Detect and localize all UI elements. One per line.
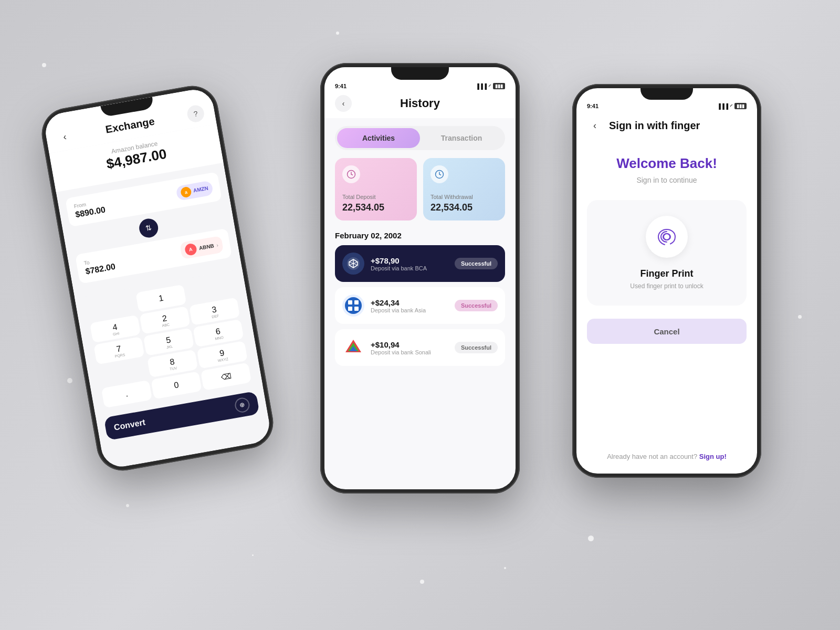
signup-link[interactable]: Sign up!: [699, 453, 727, 460]
bca-tx-info: +$78,90 Deposit via bank BCA: [371, 256, 448, 271]
signin-title: Sign in with finger: [609, 120, 700, 132]
history-back-button[interactable]: ‹: [335, 95, 352, 112]
cancel-button[interactable]: Cancel: [587, 319, 747, 344]
bca-amount: +$78,90: [371, 256, 448, 265]
history-title: History: [400, 97, 440, 110]
signin-wifi-icon: ◜: [730, 103, 732, 109]
fingerprint-card: Finger Print Used finger print to unlock: [587, 200, 747, 306]
bca-bank-icon: [342, 253, 364, 275]
tab-activities-label: Activities: [362, 134, 395, 142]
signin-header: ‹ Sign in with finger: [576, 111, 757, 140]
amzn-badge[interactable]: a AMZN: [175, 180, 214, 201]
signal-icon: ▐▐▐: [476, 83, 487, 89]
phone-history: 9:41 ▐▐▐ ◜ ▮▮▮ ‹ History Activities: [320, 63, 520, 494]
signin-status-icons: ▐▐▐ ◜ ▮▮▮: [717, 103, 747, 109]
asia-tx-info: +$24,34 Deposit via bank Asia: [371, 298, 448, 313]
bca-desc: Deposit via bank BCA: [371, 265, 448, 271]
withdrawal-label: Total Withdrawal: [430, 194, 498, 200]
svg-rect-7: [345, 297, 362, 314]
exchange-title: Exchange: [104, 115, 155, 135]
phone-signin-screen: 9:41 ▐▐▐ ◜ ▮▮▮ ‹ Sign in with finger Wel…: [576, 88, 757, 474]
swap-icon: ⇅: [145, 224, 153, 233]
signin-notch: [640, 88, 693, 100]
welcome-subtitle: Sign in to continue: [592, 176, 741, 184]
withdrawal-icon: [430, 165, 448, 183]
deposit-label: Total Deposit: [342, 194, 410, 200]
asia-amount: +$24,34: [371, 298, 448, 307]
withdrawal-card: Total Withdrawal 22,534.05: [423, 158, 505, 220]
history-screen: 9:41 ▐▐▐ ◜ ▮▮▮ ‹ History Activities: [324, 67, 516, 489]
date-header: February 02, 2002: [324, 231, 516, 245]
signin-signal-icon: ▐▐▐: [717, 103, 728, 109]
phone-history-screen: 9:41 ▐▐▐ ◜ ▮▮▮ ‹ History Activities: [324, 67, 516, 489]
sonali-amount: +$10,94: [371, 340, 448, 349]
swap-button[interactable]: ⇅: [138, 217, 160, 239]
history-status-time: 9:41: [335, 83, 346, 89]
help-button[interactable]: ?: [186, 104, 205, 123]
asia-bank-icon: [342, 295, 364, 317]
svg-rect-11: [354, 307, 359, 311]
help-icon: ?: [193, 109, 198, 118]
wifi-icon: ◜: [489, 83, 491, 89]
welcome-title: Welcome Back!: [592, 155, 741, 172]
welcome-section: Welcome Back! Sign in to continue: [576, 140, 757, 195]
svg-rect-9: [354, 300, 359, 304]
status-icons: ▐▐▐ ◜ ▮▮▮: [476, 83, 505, 89]
bca-status: Successful: [455, 258, 498, 269]
deposit-icon: [342, 165, 360, 183]
sonali-status: Successful: [455, 342, 498, 353]
stats-cards: Total Deposit 22,534.05 Total Withdrawal…: [324, 158, 516, 220]
fp-title: Finger Print: [597, 268, 736, 279]
convert-label: Convert: [113, 417, 146, 432]
signup-footer: Already have not an account? Sign up!: [576, 445, 757, 474]
fingerprint-icon: [655, 225, 678, 248]
signin-status-time: 9:41: [587, 103, 598, 109]
signin-screen: 9:41 ▐▐▐ ◜ ▮▮▮ ‹ Sign in with finger Wel…: [576, 88, 757, 474]
sonali-tx-info: +$10,94 Deposit via bank Sonali: [371, 340, 448, 355]
phone-exchange: ‹ Exchange ? Amazon balance $4,987.00 Fr…: [38, 82, 277, 475]
abnb-icon: A: [184, 243, 197, 256]
signin-battery-icon: ▮▮▮: [734, 103, 747, 109]
history-header: ‹ History: [324, 91, 516, 118]
footer-text: Already have not an account?: [607, 453, 697, 460]
amzn-label: AMZN: [193, 185, 208, 194]
exchange-back-button[interactable]: ‹: [56, 128, 74, 146]
exchange-screen: ‹ Exchange ? Amazon balance $4,987.00 Fr…: [43, 87, 272, 470]
abnb-label: ABNB: [198, 243, 214, 251]
phones-wrapper: ‹ Exchange ? Amazon balance $4,987.00 Fr…: [52, 52, 788, 578]
fingerprint-circle[interactable]: [646, 216, 688, 258]
battery-icon: ▮▮▮: [493, 83, 505, 89]
abnb-badge[interactable]: A ABNB ›: [180, 236, 224, 259]
svg-rect-8: [348, 300, 352, 304]
cancel-label: Cancel: [654, 327, 679, 336]
transaction-bca[interactable]: +$78,90 Deposit via bank BCA Successful: [335, 245, 505, 282]
convert-icon: ⊕: [234, 396, 250, 413]
fp-subtitle: Used finger print to unlock: [597, 282, 736, 290]
withdrawal-amount: 22,534.05: [430, 202, 498, 213]
signin-back-button[interactable]: ‹: [587, 118, 603, 133]
sonali-bank-icon: [342, 337, 364, 359]
transaction-asia[interactable]: +$24,34 Deposit via bank Asia Successful: [335, 287, 505, 324]
phone-signin: 9:41 ▐▐▐ ◜ ▮▮▮ ‹ Sign in with finger Wel…: [572, 84, 761, 478]
amzn-icon: a: [180, 186, 192, 198]
tab-bar: Activities Transaction: [335, 126, 505, 150]
deposit-card: Total Deposit 22,534.05: [335, 158, 417, 220]
abnb-arrow: ›: [216, 242, 218, 248]
phone-exchange-screen: ‹ Exchange ? Amazon balance $4,987.00 Fr…: [43, 87, 272, 470]
sonali-desc: Deposit via bank Sonali: [371, 349, 448, 355]
tab-transaction[interactable]: Transaction: [420, 128, 503, 148]
transaction-sonali[interactable]: +$10,94 Deposit via bank Sonali Successf…: [335, 329, 505, 366]
tab-transaction-label: Transaction: [441, 134, 482, 142]
tab-activities[interactable]: Activities: [337, 128, 420, 148]
deposit-amount: 22,534.05: [342, 202, 410, 213]
svg-rect-10: [348, 307, 352, 311]
asia-status: Successful: [455, 300, 498, 311]
asia-desc: Deposit via bank Asia: [371, 307, 448, 313]
history-notch: [391, 67, 449, 80]
